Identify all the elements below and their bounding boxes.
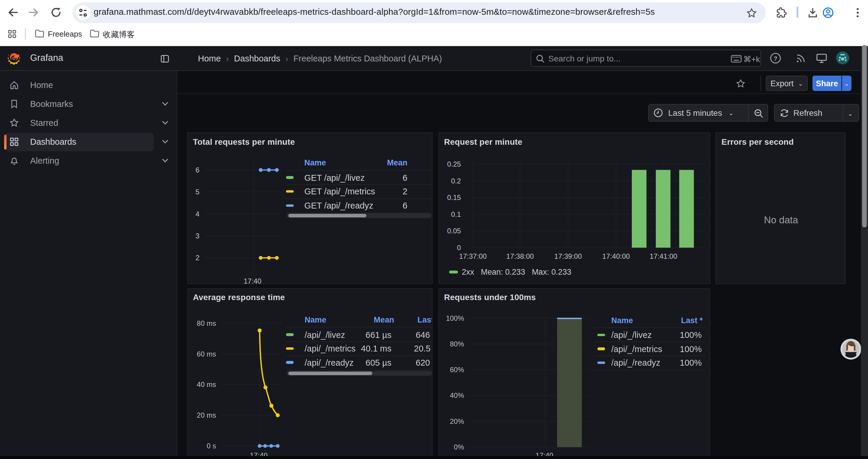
svg-text:40%: 40% <box>450 391 464 399</box>
svg-text:4: 4 <box>195 210 199 218</box>
svg-text:80%: 80% <box>450 340 464 348</box>
svg-text:17:39:00: 17:39:00 <box>554 252 582 260</box>
svg-text:60 ms: 60 ms <box>196 350 216 358</box>
svg-text:100%: 100% <box>445 314 464 322</box>
svg-text:0 s: 0 s <box>206 441 216 450</box>
svg-text:0.1: 0.1 <box>451 210 461 218</box>
svg-text:17:40:00: 17:40:00 <box>602 252 629 260</box>
svg-text:?: ? <box>774 55 778 62</box>
svg-text:20 ms: 20 ms <box>196 411 216 419</box>
svg-text:20%: 20% <box>450 417 464 425</box>
svg-text:0%: 0% <box>454 443 464 451</box>
svg-text:2: 2 <box>195 254 199 262</box>
svg-text:6: 6 <box>195 166 199 174</box>
svg-text:60%: 60% <box>450 365 464 373</box>
svg-text:0: 0 <box>457 244 461 252</box>
svg-text:3: 3 <box>195 232 199 240</box>
svg-text:0.05: 0.05 <box>447 227 461 235</box>
svg-text:17:41:00: 17:41:00 <box>649 252 677 260</box>
svg-text:40 ms: 40 ms <box>196 380 216 388</box>
svg-text:80 ms: 80 ms <box>196 319 216 327</box>
svg-text:0.15: 0.15 <box>447 193 461 201</box>
svg-text:17:38:00: 17:38:00 <box>506 252 533 260</box>
svg-text:17:40: 17:40 <box>243 277 261 285</box>
svg-text:0.2: 0.2 <box>451 177 461 185</box>
svg-text:5: 5 <box>195 188 199 196</box>
svg-text:17:37:00: 17:37:00 <box>459 252 486 260</box>
svg-text:0.25: 0.25 <box>447 160 461 168</box>
